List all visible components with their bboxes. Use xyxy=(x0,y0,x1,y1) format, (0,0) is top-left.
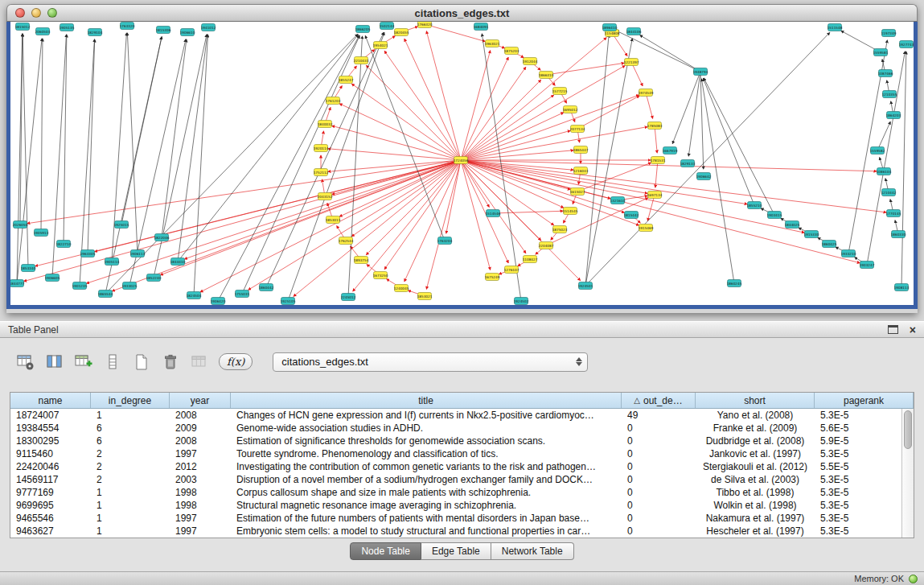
table-row[interactable]: 1830029562008Estimation of significance … xyxy=(10,435,914,447)
vertical-scrollbar[interactable] xyxy=(901,409,914,538)
graph-node[interactable]: 1908113 xyxy=(894,284,910,291)
graph-node[interactable]: 1675249 xyxy=(485,274,500,281)
graph-node[interactable]: 1815306 xyxy=(156,27,171,34)
graph-node[interactable]: 1852240 xyxy=(146,274,162,282)
graph-node[interactable]: 1896410 xyxy=(602,24,618,31)
graph-node[interactable]: 1905114 xyxy=(105,258,120,266)
graph-node[interactable]: 1925105 xyxy=(281,298,296,305)
network-canvas[interactable]: 1724056185302112400451673250189375417625… xyxy=(10,22,914,305)
column-header-title[interactable]: title xyxy=(231,393,622,408)
graph-node[interactable]: 2043152 xyxy=(318,193,333,200)
graph-node[interactable]: 1853340 xyxy=(21,265,36,272)
graph-node[interactable]: 1866205 xyxy=(355,26,371,33)
graph-node[interactable]: 1667919 xyxy=(663,147,678,154)
graph-node[interactable]: 1840032 xyxy=(318,121,333,128)
graph-node[interactable]: 1924501 xyxy=(578,282,593,290)
graph-node[interactable]: 1860442 xyxy=(259,284,274,291)
graph-node[interactable]: 1514545 xyxy=(563,208,578,215)
graph-node[interactable]: 1615027 xyxy=(570,188,585,196)
table-row[interactable]: 2242004622012Investigating the contribut… xyxy=(10,460,914,473)
graph-node[interactable]: 1875023 xyxy=(552,226,568,233)
graph-node[interactable]: 1903415 xyxy=(767,212,782,219)
graph-node[interactable]: 2204087 xyxy=(539,242,554,249)
window-titlebar[interactable]: citations_edges.txt xyxy=(6,4,918,22)
graph-node[interactable]: 1915469 xyxy=(639,225,654,232)
table-row[interactable]: 977716911998Corpus callosum shape and si… xyxy=(10,486,914,499)
graph-node[interactable]: 1514546 xyxy=(486,210,501,217)
graph-node[interactable]: 1197349 xyxy=(881,30,897,37)
graph-node[interactable]: 1673250 xyxy=(373,272,388,279)
graph-node[interactable]: 1905913 xyxy=(34,229,49,237)
table-row[interactable]: 946362711997Embryonic stem cells: a mode… xyxy=(10,525,914,538)
column-header-pagerank[interactable]: pagerank xyxy=(815,393,914,408)
graph-node[interactable]: 1844025 xyxy=(785,221,800,229)
graph-node[interactable]: 1770145 xyxy=(886,210,901,217)
graph-node[interactable]: 1865544 xyxy=(98,290,113,298)
graph-node[interactable]: 1762544 xyxy=(339,237,354,245)
close-panel-icon[interactable]: × xyxy=(910,324,916,336)
graph-node[interactable]: 1903247 xyxy=(860,262,875,269)
graph-node[interactable]: 1766320 xyxy=(417,22,433,28)
import-table-icon[interactable] xyxy=(188,351,210,373)
graph-node[interactable]: 1559581 xyxy=(873,49,889,56)
graph-node[interactable]: 1906605 xyxy=(45,274,60,282)
graph-node[interactable]: 2210433 xyxy=(354,57,369,64)
graph-node[interactable]: 1755031 xyxy=(235,290,250,298)
graph-node[interactable]: 2077134 xyxy=(570,126,585,133)
graph-node[interactable]: 1210355 xyxy=(882,91,897,98)
tab-network-table[interactable]: Network Table xyxy=(491,542,574,560)
graph-node[interactable]: 1822046 xyxy=(154,234,170,241)
graph-node[interactable]: 1974549 xyxy=(639,89,654,97)
table-row[interactable]: 1872400712008Changes of HCN gene express… xyxy=(10,409,914,422)
graph-node[interactable]: 1860425 xyxy=(822,241,837,248)
column-header-short[interactable]: short xyxy=(696,393,815,408)
graph-node[interactable]: 1824504 xyxy=(187,292,202,299)
graph-node[interactable]: 1763204 xyxy=(437,237,453,245)
graph-node[interactable]: 1933210 xyxy=(841,250,856,257)
table-row[interactable]: 1456911722003Disruption of a novel membe… xyxy=(10,473,914,486)
zoom-window-button[interactable] xyxy=(47,8,57,18)
graph-node[interactable]: 1855210 xyxy=(747,202,762,209)
graph-node[interactable]: 1511548 xyxy=(827,24,843,31)
graph-node[interactable]: 1820455 xyxy=(394,29,409,36)
graph-node[interactable]: 1844106 xyxy=(626,28,642,35)
graph-node[interactable]: 1963021 xyxy=(485,40,500,47)
graph-node[interactable]: 1087466 xyxy=(878,70,893,77)
scrollbar-thumb[interactable] xyxy=(904,410,912,449)
graph-node[interactable]: 1855247 xyxy=(339,76,354,84)
graph-node[interactable]: 1924502 xyxy=(514,298,529,305)
close-window-button[interactable] xyxy=(15,8,25,18)
graph-node[interactable]: 1941012 xyxy=(201,24,216,31)
column-header-out_de[interactable]: △out_de… xyxy=(622,393,696,408)
graph-node[interactable]: 1829133 xyxy=(680,160,696,167)
graph-node[interactable]: 1761203 xyxy=(326,97,341,105)
graph-node[interactable]: 1815442 xyxy=(624,212,639,219)
graph-node[interactable]: 1860245 xyxy=(727,280,742,287)
graph-node[interactable]: 1321610 xyxy=(610,197,626,204)
graph-node[interactable]: 1752112 xyxy=(314,169,329,176)
graph-node[interactable]: 1866310 xyxy=(539,72,554,79)
graph-node[interactable]: 1906610 xyxy=(180,29,195,36)
graph-node[interactable]: 1724056 xyxy=(454,157,469,164)
memory-status-icon[interactable] xyxy=(909,575,918,583)
graph-node[interactable]: 1502144 xyxy=(380,23,395,30)
graph-node[interactable]: 2060503 xyxy=(35,28,51,35)
table-row[interactable]: 1938455462009Genome-wide association stu… xyxy=(10,422,914,435)
graph-node[interactable]: 1822710 xyxy=(56,241,72,248)
graph-node[interactable]: 1559582 xyxy=(870,147,885,154)
float-panel-icon[interactable] xyxy=(888,325,898,334)
graph-node[interactable]: 1864203 xyxy=(886,112,901,119)
column-header-year[interactable]: year xyxy=(170,393,231,408)
column-header-name[interactable]: name xyxy=(10,393,91,408)
column-header-in_degree[interactable]: in_degree xyxy=(91,393,170,408)
tab-node-table[interactable]: Node Table xyxy=(350,542,421,560)
graph-node[interactable]: 1763320 xyxy=(120,23,135,30)
graph-node[interactable]: 1853021 xyxy=(417,293,433,300)
graph-node[interactable]: 1684091 xyxy=(474,23,489,31)
graph-node[interactable]: 1906642 xyxy=(696,173,712,180)
graph-node[interactable]: 1815012 xyxy=(15,23,31,31)
graph-node[interactable]: 1577215 xyxy=(552,88,568,95)
graph-node[interactable]: 1695012 xyxy=(563,106,578,113)
graph-node[interactable]: 1781531 xyxy=(651,157,666,164)
graph-node[interactable]: 1893754 xyxy=(354,257,369,264)
